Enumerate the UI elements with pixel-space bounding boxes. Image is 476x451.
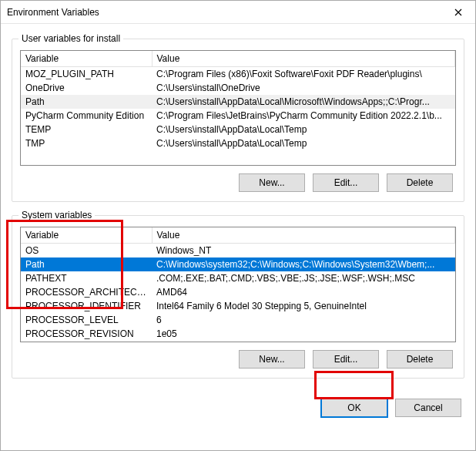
dialog-buttons-row: OK Cancel <box>1 394 475 428</box>
system-variables-legend: System variables <box>18 210 95 220</box>
user-delete-button[interactable]: Delete <box>387 173 453 192</box>
system-buttons-row: New... Edit... Delete <box>20 342 456 370</box>
cell-variable: PROCESSOR_IDENTIFIER <box>21 299 152 313</box>
table-row[interactable]: PROCESSOR_ARCHITECTUREAMD64 <box>21 285 455 299</box>
cancel-button[interactable]: Cancel <box>395 399 461 417</box>
user-buttons-row: New... Edit... Delete <box>20 166 456 194</box>
cell-variable: PyCharm Community Edition <box>21 109 152 123</box>
user-new-button[interactable]: New... <box>239 173 305 192</box>
cell-value: C:\Program Files (x86)\Foxit Software\Fo… <box>152 67 455 82</box>
cell-value: .COM;.EXE;.BAT;.CMD;.VBS;.VBE;.JS;.JSE;.… <box>152 271 455 285</box>
user-edit-button[interactable]: Edit... <box>313 173 379 192</box>
cell-variable: PROCESSOR_LEVEL <box>21 313 152 327</box>
cell-variable: PROCESSOR_ARCHITECTURE <box>21 285 152 299</box>
system-col-value[interactable]: Value <box>152 227 455 244</box>
window-title: Environment Variables <box>7 7 441 18</box>
titlebar: Environment Variables <box>1 1 475 24</box>
system-delete-button[interactable]: Delete <box>387 350 453 369</box>
table-row[interactable]: TMPC:\Users\install\AppData\Local\Temp <box>21 136 455 150</box>
cell-variable: TEMP <box>21 123 152 136</box>
cell-variable: PROCESSOR_REVISION <box>21 327 152 341</box>
user-variables-group: User variables for install Variable Valu… <box>12 33 464 202</box>
table-row[interactable]: PathC:\Users\install\AppData\Local\Micro… <box>21 95 455 109</box>
table-row[interactable]: PathC:\Windows\system32;C:\Windows;C:\Wi… <box>21 257 455 271</box>
system-new-button[interactable]: New... <box>239 350 305 369</box>
system-variables-table: Variable Value OSWindows_NTPathC:\Window… <box>21 227 455 341</box>
table-row[interactable]: PROCESSOR_IDENTIFIERIntel64 Family 6 Mod… <box>21 299 455 313</box>
cell-variable: Path <box>21 95 152 109</box>
cell-value: 1e05 <box>152 327 455 341</box>
cell-variable: OneDrive <box>21 81 152 95</box>
user-col-variable[interactable]: Variable <box>21 51 152 67</box>
cell-value: C:\Users\install\OneDrive <box>152 81 455 95</box>
user-variables-table: Variable Value MOZ_PLUGIN_PATHC:\Program… <box>21 51 455 150</box>
cell-value: C:\Windows\system32;C:\Windows;C:\Window… <box>152 257 455 271</box>
cell-value: C:\Users\install\AppData\Local\Microsoft… <box>152 95 455 109</box>
cell-variable: PATHEXT <box>21 271 152 285</box>
cell-value: 6 <box>152 313 455 327</box>
cell-variable: Path <box>21 257 152 271</box>
cell-value: C:\Users\install\AppData\Local\Temp <box>152 123 455 136</box>
user-variables-table-container[interactable]: Variable Value MOZ_PLUGIN_PATHC:\Program… <box>20 50 456 166</box>
user-variables-legend: User variables for install <box>18 33 123 44</box>
close-button[interactable] <box>441 1 475 24</box>
table-row[interactable]: PyCharm Community EditionC:\Program File… <box>21 109 455 123</box>
user-col-value[interactable]: Value <box>152 51 455 67</box>
system-variables-group: System variables Variable Value OSWindow… <box>12 210 464 379</box>
system-variables-table-container[interactable]: Variable Value OSWindows_NTPathC:\Window… <box>20 227 456 342</box>
cell-value: AMD64 <box>152 285 455 299</box>
cell-value: C:\Users\install\AppData\Local\Temp <box>152 136 455 150</box>
table-row[interactable]: PROCESSOR_LEVEL6 <box>21 313 455 327</box>
cell-variable: TMP <box>21 136 152 150</box>
system-col-variable[interactable]: Variable <box>21 227 152 244</box>
dialog-content: User variables for install Variable Valu… <box>1 24 475 394</box>
cell-variable: OS <box>21 244 152 258</box>
table-row[interactable]: PATHEXT.COM;.EXE;.BAT;.CMD;.VBS;.VBE;.JS… <box>21 271 455 285</box>
system-edit-button[interactable]: Edit... <box>313 350 379 369</box>
ok-button[interactable]: OK <box>321 399 387 417</box>
cell-value: Windows_NT <box>152 244 455 258</box>
table-row[interactable]: MOZ_PLUGIN_PATHC:\Program Files (x86)\Fo… <box>21 67 455 82</box>
cell-value: Intel64 Family 6 Model 30 Stepping 5, Ge… <box>152 299 455 313</box>
cell-variable: MOZ_PLUGIN_PATH <box>21 67 152 82</box>
table-row[interactable]: OSWindows_NT <box>21 244 455 258</box>
cell-value: C:\Program Files\JetBrains\PyCharm Commu… <box>152 109 455 123</box>
table-row[interactable]: OneDriveC:\Users\install\OneDrive <box>21 81 455 95</box>
table-row[interactable]: TEMPC:\Users\install\AppData\Local\Temp <box>21 123 455 136</box>
table-row[interactable]: PROCESSOR_REVISION1e05 <box>21 327 455 341</box>
